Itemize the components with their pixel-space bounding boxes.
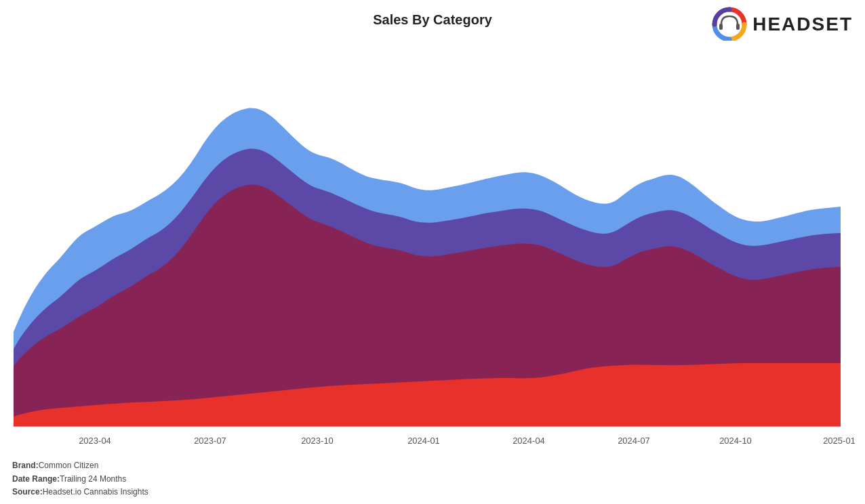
footer-brand: Brand:Common Citizen — [12, 459, 148, 472]
footer-daterange: Date Range:Trailing 24 Months — [12, 473, 148, 486]
svg-rect-2 — [736, 24, 740, 30]
xaxis-label-6: 2024-07 — [618, 436, 650, 446]
footer-source: Source:Headset.io Cannabis Insights — [12, 486, 148, 499]
footer-date-value: Trailing 24 Months — [60, 474, 126, 484]
logo: HEADSET — [712, 7, 853, 42]
footer-source-label: Source: — [12, 487, 43, 497]
xaxis-label-2: 2023-07 — [194, 436, 226, 446]
logo-text: HEADSET — [752, 14, 853, 35]
chart-container: HEADSET Sales By Category Concentrates F… — [0, 0, 865, 504]
xaxis-label-8: 2025-01 — [823, 436, 856, 446]
xaxis-label-5: 2024-04 — [512, 436, 545, 446]
xaxis-label-4: 2024-01 — [407, 436, 440, 446]
headset-logo-icon — [712, 7, 747, 42]
footer-brand-value: Common Citizen — [39, 461, 99, 470]
footer-date-label: Date Range: — [12, 474, 60, 484]
xaxis-label-3: 2023-10 — [301, 436, 334, 446]
footer-source-value: Headset.io Cannabis Insights — [43, 487, 148, 497]
svg-rect-1 — [719, 24, 723, 30]
chart-footer: Brand:Common Citizen Date Range:Trailing… — [12, 459, 148, 499]
footer-brand-label: Brand: — [12, 461, 39, 470]
chart-svg: 2023-04 2023-07 2023-10 2024-01 2024-04 … — [0, 41, 865, 463]
xaxis-label-1: 2023-04 — [79, 436, 111, 446]
xaxis-label-7: 2024-10 — [719, 436, 752, 446]
